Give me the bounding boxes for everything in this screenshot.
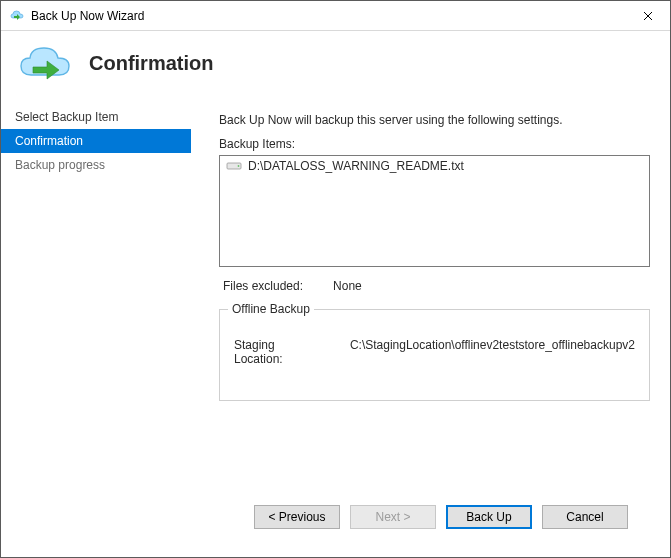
list-item-text: D:\DATALOSS_WARNING_README.txt [248,159,464,173]
list-item[interactable]: D:\DATALOSS_WARNING_README.txt [222,158,647,174]
offline-backup-legend: Offline Backup [228,302,314,316]
page-heading: Confirmation [89,52,213,75]
close-button[interactable] [625,1,670,30]
body: Select Backup Item Confirmation Backup p… [1,101,670,557]
backup-button[interactable]: Back Up [446,505,532,529]
backup-items-label: Backup Items: [219,137,650,151]
offline-backup-group: Offline Backup Staging Location: C:\Stag… [219,309,650,401]
files-excluded-value: None [333,279,362,293]
footer-buttons: < Previous Next > Back Up Cancel [219,491,650,547]
previous-button[interactable]: < Previous [254,505,340,529]
sidebar-item-confirmation[interactable]: Confirmation [1,129,191,153]
titlebar: Back Up Now Wizard [1,1,670,31]
cloud-arrow-icon [17,43,73,83]
files-excluded-label: Files excluded: [223,279,303,293]
cancel-button[interactable]: Cancel [542,505,628,529]
app-icon [9,8,25,24]
window-title: Back Up Now Wizard [31,9,144,23]
staging-location-value: C:\StagingLocation\offlinev2teststore_of… [350,338,635,366]
header: Confirmation [1,31,670,101]
drive-icon [226,160,242,172]
svg-point-1 [238,165,240,167]
sidebar: Select Backup Item Confirmation Backup p… [1,101,191,557]
sidebar-item-progress[interactable]: Backup progress [1,153,191,177]
intro-text: Back Up Now will backup this server usin… [219,113,650,127]
sidebar-item-label: Backup progress [15,158,105,172]
staging-location-row: Staging Location: C:\StagingLocation\off… [234,338,635,366]
backup-items-listbox[interactable]: D:\DATALOSS_WARNING_README.txt [219,155,650,267]
content: Back Up Now will backup this server usin… [191,101,670,557]
staging-location-label: Staging Location: [234,338,326,366]
wizard-window: Back Up Now Wizard Confirmation Select B… [0,0,671,558]
sidebar-item-select-backup[interactable]: Select Backup Item [1,105,191,129]
next-button: Next > [350,505,436,529]
sidebar-item-label: Select Backup Item [15,110,118,124]
sidebar-item-label: Confirmation [15,134,83,148]
